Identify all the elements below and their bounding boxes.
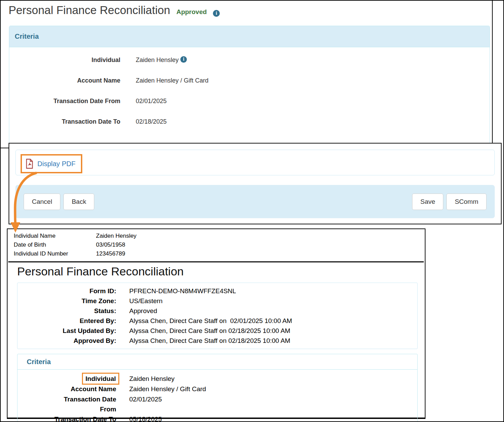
pdf-meta-row: Status: Approved [17,306,417,316]
pdf-criteria-row-individual: Individual Zaiden Hensley [17,374,417,384]
pdf-criteria-value: Zaiden Hensley / Gift Card [129,384,206,394]
back-button[interactable]: Back [63,194,94,210]
cancel-button[interactable]: Cancel [24,194,60,210]
field-row-individual: Individual Zaiden Hensley [9,50,490,70]
pdf-meta-label: Entered By: [17,316,116,326]
pdf-meta-label: Form ID: [17,286,116,296]
pdf-header-label: Individual Name [14,232,96,240]
pdf-meta-value: PFRECN-DEMO-N8M4WFFZE4SNL [129,286,236,296]
field-label: Transaction Date To [9,118,120,125]
field-value-text: Zaiden Hensley [136,57,179,64]
field-value: Zaiden Hensley [136,57,187,64]
pdf-criteria-value: Zaiden Hensley [129,374,175,384]
pdf-meta-row: Form ID: PFRECN-DEMO-N8M4WFFZE4SNL [17,286,417,296]
pdf-divider [8,261,424,262]
pdf-criteria-row-transaction-date-from: Transaction Date From 02/01/2025 [17,394,417,414]
left-button-group: Cancel Back [24,194,94,210]
field-row-transaction-date-to: Transaction Date To 02/18/2025 [9,111,490,132]
pdf-meta-label: Time Zone: [17,296,116,306]
pdf-file-icon [25,159,34,169]
pdf-header-row: Date of Birth 03/05/1958 [14,240,425,249]
pdf-header-label: Date of Birth [14,240,96,249]
pdf-meta-label: Status: [17,306,116,316]
pdf-meta-value: Alyssa Chen, Direct Care Staff on 02/01/… [129,316,292,326]
page-header: Personal Finance Reconciliation Approved [0,0,492,17]
pdf-header-value: 123456789 [96,249,125,258]
field-label: Individual [9,57,120,64]
pdf-meta-value: Alyssa Chen, Direct Care Staff on 02/18/… [129,326,290,336]
field-label: Transaction Date From [9,98,120,105]
pdf-header-value: 03/05/1958 [96,240,125,249]
field-row-transaction-date-from: Transaction Date From 02/01/2025 [9,91,490,111]
pdf-meta-panel: Form ID: PFRECN-DEMO-N8M4WFFZE4SNL Time … [17,283,418,349]
pdf-meta-row: Last Updated By: Alyssa Chen, Direct Car… [17,326,417,336]
field-value: Zaiden Hensley / Gift Card [136,77,208,84]
pdf-meta-label: Last Updated By: [17,326,116,336]
pdf-criteria-label: Individual [17,374,116,384]
display-pdf-highlight: Display PDF [21,154,82,173]
actions-card: Display PDF Cancel Back Save SComm [9,143,502,224]
pdf-criteria-label: Account Name [17,384,116,394]
pdf-preview: Individual Name Zaiden Hensley Date of B… [7,228,425,419]
pdf-meta-row: Entered By: Alyssa Chen, Direct Care Sta… [17,316,417,326]
page-title: Personal Finance Reconciliation [9,4,170,17]
pdf-meta-row: Time Zone: US/Eastern [17,296,417,306]
pdf-header-row: Individual ID Number 123456789 [14,249,425,258]
pdf-criteria-panel: Criteria Individual Zaiden Hensley Accou… [17,354,418,422]
save-button[interactable]: Save [412,194,443,210]
field-label: Account Name [9,77,120,84]
pdf-header-row: Individual Name Zaiden Hensley [14,232,425,240]
pdf-criteria-body: Individual Zaiden Hensley Account Name Z… [17,370,417,422]
pdf-criteria-value: 02/01/2025 [129,394,162,404]
pdf-meta-value: Approved [129,306,157,316]
individual-label-highlight: Individual [82,373,119,385]
pdf-meta-value: US/Eastern [129,296,163,306]
pdf-header-label: Individual ID Number [14,249,96,258]
scomm-button[interactable]: SComm [446,194,487,210]
field-row-account-name: Account Name Zaiden Hensley / Gift Card [9,70,490,91]
pdf-criteria-label: Transaction Date From [17,394,116,414]
pdf-criteria-value: 05/18/2025 [129,414,162,422]
right-button-group: Save SComm [412,194,487,210]
field-value: 02/18/2025 [136,118,167,125]
pdf-meta-label: Approved By: [17,336,116,346]
criteria-panel-body: Individual Zaiden Hensley Account Name Z… [9,47,490,132]
display-pdf-link[interactable]: Display PDF [37,160,75,168]
main-form-card: Personal Finance Reconciliation Approved… [0,0,493,148]
footer-action-bar: Cancel Back Save SComm [15,185,495,218]
pdf-criteria-title: Criteria [17,354,417,370]
pdf-criteria-label: Transaction Date To [17,414,116,422]
info-icon[interactable] [213,10,220,17]
pdf-criteria-row-transaction-date-to: Transaction Date To 05/18/2025 [17,414,417,422]
info-icon[interactable] [180,56,187,63]
pdf-title: Personal Finance Reconciliation [17,265,425,278]
field-value: 02/01/2025 [136,98,167,105]
criteria-panel-title: Criteria [9,26,490,47]
pdf-header-fields: Individual Name Zaiden Hensley Date of B… [8,229,425,258]
pdf-meta-value: Alyssa Chen, Direct Care Staff on 02/18/… [129,336,290,346]
display-pdf-container: Display PDF [15,150,495,175]
pdf-meta-row: Approved By: Alyssa Chen, Direct Care St… [17,336,417,346]
pdf-header-value: Zaiden Hensley [96,232,136,240]
pdf-criteria-row-account-name: Account Name Zaiden Hensley / Gift Card [17,384,417,394]
status-badge: Approved [176,8,207,16]
criteria-panel: Criteria Individual Zaiden Hensley Accou… [9,26,490,148]
